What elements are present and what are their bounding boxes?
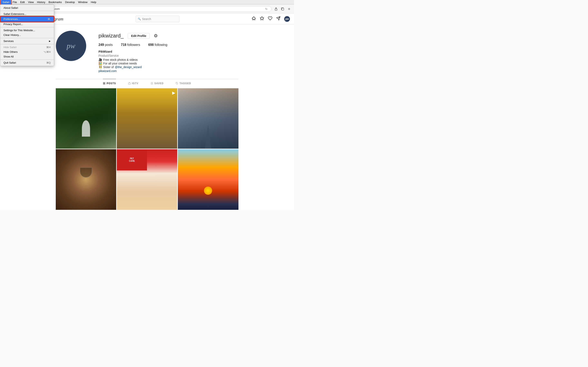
post-image-6 xyxy=(178,149,238,210)
menu-separator-4 xyxy=(0,44,54,44)
profile-tabs: POSTS IGTV SAVED TAGGED xyxy=(56,79,238,88)
bio-line-2: 🖼️ For all your creative needs xyxy=(99,62,238,65)
profile-header: pw pikwizard_ Edit Profile ⚙ 249 posts xyxy=(56,31,238,73)
tab-tagged[interactable]: TAGGED xyxy=(176,79,191,88)
bookmarks-menu-item[interactable]: Bookmarks xyxy=(47,0,63,4)
menu-bar: Safari File Edit View History Bookmarks … xyxy=(0,0,294,4)
duplicate-tab-button[interactable] xyxy=(280,6,285,12)
window-menu-item[interactable]: Window xyxy=(76,0,89,4)
post-item[interactable]: PETCARE xyxy=(117,149,177,210)
profile-content: pw pikwizard_ Edit Profile ⚙ 249 posts xyxy=(52,25,242,210)
post-item[interactable] xyxy=(178,149,238,210)
post-item[interactable] xyxy=(56,88,116,149)
avatar-initials: pw xyxy=(67,42,75,50)
search-placeholder: Search xyxy=(142,17,151,21)
profile-username: pikwizard_ xyxy=(99,33,124,39)
sister-account-link[interactable]: @the_design_wizard xyxy=(115,66,142,69)
settings-website-item[interactable]: Settings for This Website... xyxy=(0,28,54,33)
profile-avatar-nav[interactable]: pw xyxy=(284,16,290,22)
svg-rect-6 xyxy=(103,83,104,84)
post-item[interactable] xyxy=(178,88,238,149)
post-item[interactable] xyxy=(56,149,116,210)
safari-menu-item[interactable]: Safari xyxy=(1,0,11,4)
safari-extensions-item[interactable]: Safari Extensions... xyxy=(0,12,54,16)
about-safari-item[interactable]: About Safari xyxy=(0,6,54,10)
help-menu-item[interactable]: Help xyxy=(89,0,98,4)
posts-stat: 249 posts xyxy=(99,43,113,47)
profile-avatar-container: pw xyxy=(56,31,86,61)
website-link[interactable]: pikwizard.com xyxy=(99,69,117,73)
safari-dropdown: About Safari Safari Extensions... Prefer… xyxy=(0,4,54,66)
services-item[interactable]: Services ▶ xyxy=(0,39,54,43)
develop-menu-item[interactable]: Develop xyxy=(63,0,77,4)
post-item[interactable]: ▶ xyxy=(117,88,177,149)
services-arrow-icon: ▶ xyxy=(49,40,51,42)
followers-stat[interactable]: 718 followers xyxy=(121,43,140,47)
address-bar[interactable]: 🔒 instagram.com ↻ xyxy=(35,6,272,12)
profile-top-row: pikwizard_ Edit Profile ⚙ xyxy=(99,33,238,39)
camera-emoji: 🎥 xyxy=(99,58,102,61)
tab-igtv[interactable]: IGTV xyxy=(128,79,138,88)
posts-grid: ▶ PETCARE xyxy=(56,88,238,210)
profile-name: PikWizard xyxy=(99,50,238,53)
preferences-item[interactable]: Preferences... ⌘, xyxy=(0,16,54,22)
profile-avatar[interactable]: pw xyxy=(56,31,86,61)
clear-history-item[interactable]: Clear History... xyxy=(0,33,54,37)
svg-rect-5 xyxy=(104,83,105,83)
pet-care-banner: PETCARE xyxy=(117,149,147,170)
svg-rect-8 xyxy=(129,83,130,85)
tab-posts[interactable]: POSTS xyxy=(103,79,116,88)
settings-icon[interactable]: ⚙ xyxy=(154,33,158,39)
edit-profile-button[interactable]: Edit Profile xyxy=(128,33,150,39)
post-figure xyxy=(82,120,90,137)
svg-rect-2 xyxy=(282,8,284,10)
reload-button[interactable]: ↻ xyxy=(264,7,269,11)
frame-emoji: 🖼️ xyxy=(99,62,102,65)
nav-icons: pw xyxy=(251,16,290,22)
post-image-4 xyxy=(56,149,116,210)
quit-safari-item[interactable]: Quit Safari ⌘Q xyxy=(0,60,54,65)
bio-line-3: 👯 Sister of @the_design_wizard xyxy=(99,66,238,69)
home-icon[interactable] xyxy=(251,16,256,22)
bio-text-2: For all your creative needs xyxy=(103,62,137,65)
tab-saved[interactable]: SAVED xyxy=(151,79,164,88)
direct-icon[interactable] xyxy=(276,16,281,22)
notifications-icon[interactable] xyxy=(268,16,272,22)
hide-safari-item[interactable]: Hide Safari ⌘H xyxy=(0,45,54,50)
bio-text-1: Free stock photos & videos xyxy=(103,58,138,61)
profile-info: pikwizard_ Edit Profile ⚙ 249 posts 718 … xyxy=(99,31,238,73)
menu-separator-5 xyxy=(0,59,54,60)
privacy-report-item[interactable]: Privacy Report... xyxy=(0,22,54,26)
show-all-item[interactable]: Show All xyxy=(0,54,54,59)
menu-separator-3 xyxy=(0,38,54,38)
share-button[interactable] xyxy=(273,6,279,12)
edit-menu-item[interactable]: Edit xyxy=(18,0,26,4)
toolbar-actions xyxy=(273,6,292,12)
svg-rect-4 xyxy=(103,83,104,83)
svg-marker-3 xyxy=(260,16,264,20)
sun xyxy=(204,187,212,195)
file-menu-item[interactable]: File xyxy=(11,0,18,4)
add-tab-button[interactable] xyxy=(286,6,292,12)
search-bar[interactable]: 🔍 Search xyxy=(136,16,180,22)
profile-category: Product/Service xyxy=(99,54,238,57)
svg-rect-7 xyxy=(104,83,105,84)
dancers-emoji: 👯 xyxy=(99,66,102,69)
following-stat[interactable]: 698 following xyxy=(148,43,167,47)
view-menu-item[interactable]: View xyxy=(26,0,35,4)
building-silhouette xyxy=(205,124,211,149)
profile-stats: 249 posts 718 followers 698 following xyxy=(99,43,238,47)
history-menu-item[interactable]: History xyxy=(35,0,47,4)
menu-separator-2 xyxy=(0,27,54,27)
search-icon: 🔍 xyxy=(138,17,141,20)
explore-icon[interactable] xyxy=(260,16,264,22)
hide-others-item[interactable]: Hide Others ⌥⌘H xyxy=(0,50,54,54)
bio-line-1: 🎥 Free stock photos & videos xyxy=(99,58,238,61)
video-play-icon: ▶ xyxy=(172,90,175,95)
